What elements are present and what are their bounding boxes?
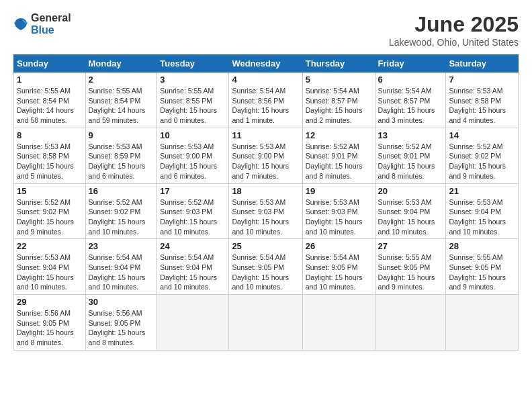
table-row: 29Sunrise: 5:56 AMSunset: 9:05 PMDayligh… (14, 295, 86, 351)
day-info: Sunrise: 5:53 AMSunset: 9:00 PMDaylight:… (232, 142, 289, 180)
logo-icon (13, 17, 28, 32)
day-number: 7 (449, 75, 515, 85)
table-row: 3Sunrise: 5:55 AMSunset: 8:55 PMDaylight… (157, 73, 229, 128)
day-number: 28 (449, 241, 515, 251)
day-number: 17 (160, 186, 226, 196)
day-number: 30 (89, 297, 154, 307)
table-row: 27Sunrise: 5:55 AMSunset: 9:05 PMDayligh… (375, 239, 446, 295)
day-number: 23 (89, 241, 154, 251)
day-number: 13 (378, 130, 443, 140)
day-info: Sunrise: 5:54 AMSunset: 9:05 PMDaylight:… (306, 253, 363, 291)
day-info: Sunrise: 5:54 AMSunset: 8:56 PMDaylight:… (232, 87, 289, 124)
calendar-week-row: 29Sunrise: 5:56 AMSunset: 9:05 PMDayligh… (14, 295, 519, 351)
day-number: 12 (306, 130, 372, 140)
day-info: Sunrise: 5:52 AMSunset: 9:02 PMDaylight:… (89, 198, 146, 236)
calendar-week-row: 15Sunrise: 5:52 AMSunset: 9:02 PMDayligh… (14, 183, 519, 239)
table-row: 25Sunrise: 5:54 AMSunset: 9:05 PMDayligh… (229, 239, 302, 295)
day-number: 21 (449, 186, 515, 196)
day-number: 6 (378, 75, 443, 85)
table-row: 28Sunrise: 5:55 AMSunset: 9:05 PMDayligh… (446, 239, 519, 295)
day-number: 3 (160, 75, 226, 85)
col-friday: Friday (375, 55, 446, 73)
day-info: Sunrise: 5:53 AMSunset: 9:03 PMDaylight:… (232, 198, 289, 236)
calendar-week-row: 1Sunrise: 5:55 AMSunset: 8:54 PMDaylight… (14, 73, 519, 128)
header: General Blue June 2025 Lakewood, Ohio, U… (13, 12, 519, 48)
table-row: 15Sunrise: 5:52 AMSunset: 9:02 PMDayligh… (14, 183, 86, 239)
table-row: 20Sunrise: 5:53 AMSunset: 9:04 PMDayligh… (375, 183, 446, 239)
table-row: 13Sunrise: 5:52 AMSunset: 9:01 PMDayligh… (375, 128, 446, 183)
table-row: 6Sunrise: 5:54 AMSunset: 8:57 PMDaylight… (375, 73, 446, 128)
day-info: Sunrise: 5:54 AMSunset: 9:04 PMDaylight:… (89, 253, 146, 291)
day-number: 20 (378, 186, 443, 196)
table-row: 23Sunrise: 5:54 AMSunset: 9:04 PMDayligh… (85, 239, 157, 295)
col-monday: Monday (85, 55, 157, 73)
col-tuesday: Tuesday (157, 55, 229, 73)
day-info: Sunrise: 5:52 AMSunset: 9:02 PMDaylight:… (449, 142, 506, 180)
table-row: 14Sunrise: 5:52 AMSunset: 9:02 PMDayligh… (446, 128, 519, 183)
day-info: Sunrise: 5:54 AMSunset: 9:05 PMDaylight:… (232, 253, 289, 291)
day-info: Sunrise: 5:55 AMSunset: 8:55 PMDaylight:… (160, 87, 217, 124)
day-number: 18 (232, 186, 299, 196)
day-number: 4 (232, 75, 299, 85)
day-info: Sunrise: 5:56 AMSunset: 9:05 PMDaylight:… (89, 309, 146, 347)
day-info: Sunrise: 5:55 AMSunset: 9:05 PMDaylight:… (378, 253, 435, 291)
day-info: Sunrise: 5:54 AMSunset: 9:04 PMDaylight:… (160, 253, 217, 291)
logo-blue-text: Blue (31, 24, 71, 36)
day-info: Sunrise: 5:53 AMSunset: 9:04 PMDaylight:… (449, 198, 506, 236)
col-wednesday: Wednesday (229, 55, 302, 73)
day-info: Sunrise: 5:53 AMSunset: 9:04 PMDaylight:… (17, 253, 74, 291)
day-info: Sunrise: 5:52 AMSunset: 9:01 PMDaylight:… (378, 142, 435, 180)
table-row: 4Sunrise: 5:54 AMSunset: 8:56 PMDaylight… (229, 73, 302, 128)
table-row: 22Sunrise: 5:53 AMSunset: 9:04 PMDayligh… (14, 239, 86, 295)
table-row: 19Sunrise: 5:53 AMSunset: 9:03 PMDayligh… (302, 183, 375, 239)
day-info: Sunrise: 5:53 AMSunset: 8:58 PMDaylight:… (17, 142, 74, 180)
col-sunday: Sunday (14, 55, 86, 73)
col-thursday: Thursday (302, 55, 375, 73)
table-row (375, 295, 446, 351)
day-number: 14 (449, 130, 515, 140)
col-saturday: Saturday (446, 55, 519, 73)
table-row (157, 295, 229, 351)
table-row: 10Sunrise: 5:53 AMSunset: 9:00 PMDayligh… (157, 128, 229, 183)
day-number: 22 (17, 241, 83, 251)
day-number: 24 (160, 241, 226, 251)
logo-general-text: General (31, 12, 71, 24)
day-info: Sunrise: 5:53 AMSunset: 8:58 PMDaylight:… (449, 87, 506, 124)
table-row: 8Sunrise: 5:53 AMSunset: 8:58 PMDaylight… (14, 128, 86, 183)
table-row: 17Sunrise: 5:52 AMSunset: 9:03 PMDayligh… (157, 183, 229, 239)
day-number: 5 (306, 75, 372, 85)
table-row: 11Sunrise: 5:53 AMSunset: 9:00 PMDayligh… (229, 128, 302, 183)
day-number: 26 (306, 241, 372, 251)
month-title: June 2025 (389, 12, 519, 37)
day-number: 16 (89, 186, 154, 196)
table-row (229, 295, 302, 351)
table-row: 5Sunrise: 5:54 AMSunset: 8:57 PMDaylight… (302, 73, 375, 128)
day-info: Sunrise: 5:53 AMSunset: 9:03 PMDaylight:… (306, 198, 363, 236)
day-number: 29 (17, 297, 83, 307)
title-block: June 2025 Lakewood, Ohio, United States (389, 12, 519, 48)
day-info: Sunrise: 5:52 AMSunset: 9:03 PMDaylight:… (160, 198, 217, 236)
day-number: 2 (89, 75, 154, 85)
page: General Blue June 2025 Lakewood, Ohio, U… (0, 0, 532, 411)
table-row (446, 295, 519, 351)
table-row: 7Sunrise: 5:53 AMSunset: 8:58 PMDaylight… (446, 73, 519, 128)
day-info: Sunrise: 5:52 AMSunset: 9:02 PMDaylight:… (17, 198, 74, 236)
logo: General Blue (13, 12, 71, 36)
day-info: Sunrise: 5:55 AMSunset: 8:54 PMDaylight:… (17, 87, 74, 124)
table-row: 16Sunrise: 5:52 AMSunset: 9:02 PMDayligh… (85, 183, 157, 239)
day-number: 1 (17, 75, 83, 85)
table-row: 2Sunrise: 5:55 AMSunset: 8:54 PMDaylight… (85, 73, 157, 128)
table-row: 18Sunrise: 5:53 AMSunset: 9:03 PMDayligh… (229, 183, 302, 239)
day-info: Sunrise: 5:55 AMSunset: 9:05 PMDaylight:… (449, 253, 506, 291)
day-info: Sunrise: 5:52 AMSunset: 9:01 PMDaylight:… (306, 142, 363, 180)
day-number: 9 (89, 130, 154, 140)
calendar-week-row: 8Sunrise: 5:53 AMSunset: 8:58 PMDaylight… (14, 128, 519, 183)
day-info: Sunrise: 5:53 AMSunset: 8:59 PMDaylight:… (89, 142, 146, 180)
day-info: Sunrise: 5:54 AMSunset: 8:57 PMDaylight:… (306, 87, 363, 124)
day-number: 15 (17, 186, 83, 196)
table-row: 30Sunrise: 5:56 AMSunset: 9:05 PMDayligh… (85, 295, 157, 351)
day-number: 19 (306, 186, 372, 196)
day-info: Sunrise: 5:54 AMSunset: 8:57 PMDaylight:… (378, 87, 435, 124)
table-row: 21Sunrise: 5:53 AMSunset: 9:04 PMDayligh… (446, 183, 519, 239)
calendar-week-row: 22Sunrise: 5:53 AMSunset: 9:04 PMDayligh… (14, 239, 519, 295)
